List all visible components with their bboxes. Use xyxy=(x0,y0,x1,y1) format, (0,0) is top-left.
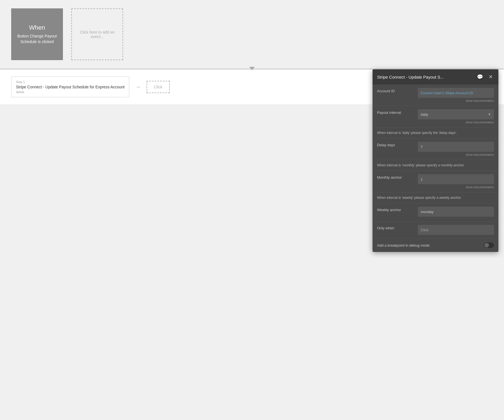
payout-interval-dropdown[interactable]: daily ▼ xyxy=(418,109,494,119)
delay-days-row: Delay days 7 show documentation xyxy=(373,138,498,160)
monthly-anchor-input[interactable]: 1 xyxy=(418,174,494,184)
weekly-helper-text: When interval is 'weekly' please specify… xyxy=(373,192,498,203)
payout-interval-row: Payout interval daily ▼ show documentati… xyxy=(373,106,498,128)
payout-interval-value: daily xyxy=(421,112,428,117)
payout-interval-docs[interactable]: show documentation xyxy=(418,121,494,124)
only-when-label: Only when xyxy=(377,225,413,230)
delay-days-docs[interactable]: show documentation xyxy=(418,153,494,156)
click-label: Click xyxy=(154,85,162,89)
account-id-row: Account ID Current User's Stripe Account… xyxy=(373,84,498,106)
panel-body: Account ID Current User's Stripe Account… xyxy=(373,84,498,252)
delay-days-label: Delay days xyxy=(377,142,413,147)
when-label: When xyxy=(29,24,45,31)
close-icon-button[interactable]: ✕ xyxy=(487,73,494,81)
step1-title: Stripe Connect - Update Payout Schedule … xyxy=(16,85,124,89)
stripe-panel: Stripe Connect - Update Payout S... 💬 ✕ … xyxy=(373,69,498,252)
only-when-value-col: Click xyxy=(418,225,494,235)
trigger-box[interactable]: When Button Change Payout Schedule is cl… xyxy=(11,8,63,60)
account-id-label: Account ID xyxy=(377,88,413,93)
step1-container[interactable]: Step 1 Stripe Connect - Update Payout Sc… xyxy=(11,77,129,97)
monthly-anchor-value: 1 xyxy=(421,177,423,181)
delay-days-value-col: 7 show documentation xyxy=(418,142,494,156)
panel-header: Stripe Connect - Update Payout S... 💬 ✕ xyxy=(373,69,498,84)
add-event-label: Click here to add an event... xyxy=(76,30,118,39)
delay-days-input[interactable]: 7 xyxy=(418,142,494,152)
weekly-anchor-value: monday xyxy=(421,210,434,214)
dropdown-arrow-icon: ▼ xyxy=(488,112,491,116)
trigger-description: Button Change Payout Schedule is clicked xyxy=(15,34,59,44)
breakpoint-label: Add a breakpoint in debug mode xyxy=(377,243,479,247)
weekly-anchor-value-col: monday xyxy=(418,207,494,218)
monthly-anchor-value-col: 1 show documentation xyxy=(418,174,494,189)
monthly-anchor-label: Monthly anchor xyxy=(377,174,413,180)
step1-delete[interactable]: delete xyxy=(16,90,124,94)
step1-label: Step 1 xyxy=(16,80,124,84)
only-when-row: Only when Click xyxy=(373,221,498,239)
weekly-anchor-input[interactable]: monday xyxy=(418,207,494,217)
monthly-anchor-docs[interactable]: show documentation xyxy=(418,185,494,189)
weekly-anchor-label: Weekly anchor xyxy=(377,207,413,212)
account-id-value-col: Current User's Stripe Account ID show do… xyxy=(418,88,494,102)
daily-helper-text: When interval is 'daily' please specify … xyxy=(373,128,498,138)
monthly-anchor-row: Monthly anchor 1 show documentation xyxy=(373,171,498,192)
breakpoint-toggle[interactable] xyxy=(484,242,494,248)
arrow-icon: → xyxy=(135,83,141,91)
account-id-value[interactable]: Current User's Stripe Account ID xyxy=(418,88,494,98)
payout-interval-label: Payout interval xyxy=(377,109,413,115)
panel-header-icons: 💬 ✕ xyxy=(476,73,494,81)
account-id-docs[interactable]: show documentation xyxy=(418,99,494,102)
panel-title: Stripe Connect - Update Payout S... xyxy=(377,75,476,79)
close-icon: ✕ xyxy=(489,74,493,80)
only-when-input[interactable]: Click xyxy=(418,225,494,235)
comment-icon: 💬 xyxy=(477,74,483,80)
comment-icon-button[interactable]: 💬 xyxy=(476,73,484,81)
delay-days-value: 7 xyxy=(421,145,423,149)
weekly-anchor-row: Weekly anchor monday xyxy=(373,203,498,221)
monthly-helper-text: When interval is 'monthly' please specif… xyxy=(373,160,498,171)
breakpoint-row: Add a breakpoint in debug mode xyxy=(373,239,498,252)
payout-interval-value-col: daily ▼ show documentation xyxy=(418,109,494,124)
click-next-box[interactable]: Click xyxy=(147,81,169,93)
add-event-box[interactable]: Click here to add an event... xyxy=(71,8,123,60)
